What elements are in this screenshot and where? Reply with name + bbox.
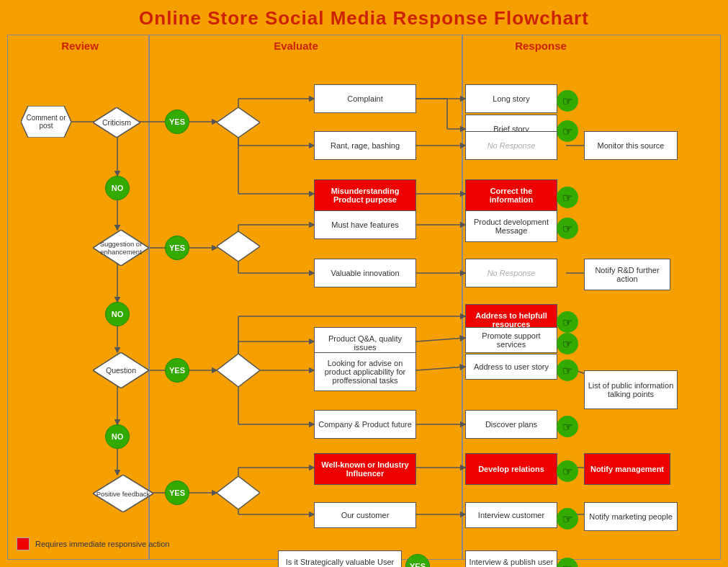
rant-box: Rant, rage, bashing xyxy=(314,131,416,160)
hand-icon-brief: ☞ xyxy=(557,120,578,142)
suggestion-diamond: Suggestion or enhancement xyxy=(93,230,149,266)
notify-management-box: Notify management xyxy=(584,453,670,485)
svg-marker-60 xyxy=(93,230,149,266)
well-known-box: Well-known or Industry Influencer xyxy=(314,453,416,485)
page-title: Online Store Social Media Response Flowc… xyxy=(0,0,728,33)
strategically-box: Is it Strategically valuable User Story? xyxy=(278,550,402,567)
legend-text: Requires immediate responsive action xyxy=(35,540,169,548)
discover-plans-box: Discover plans xyxy=(465,410,557,439)
develop-relations-box: Develop relations xyxy=(465,453,557,485)
svg-marker-62 xyxy=(93,352,149,388)
yes-circle-3: YES xyxy=(165,358,189,383)
svg-marker-58 xyxy=(93,107,140,138)
hand-icon-promote: ☞ xyxy=(557,333,578,354)
must-have-box: Must have features xyxy=(314,210,416,239)
criticism-diamond: Criticism xyxy=(93,107,140,138)
no-circle-2: NO xyxy=(105,302,130,326)
address-user-box: Address to user story xyxy=(465,354,557,380)
hand-icon-long: ☞ xyxy=(557,90,578,112)
svg-line-36 xyxy=(416,338,465,341)
yes-circle-2: YES xyxy=(165,236,189,260)
promote-support-box: Promote support services xyxy=(465,327,557,353)
positive-diamond: Positive feedback xyxy=(93,475,153,512)
interview-customer-box: Interview customer xyxy=(465,502,557,528)
monitor-source-box: Monitor this source xyxy=(584,131,678,160)
valuable-box: Valuable innovation xyxy=(314,259,416,287)
hand-icon-interview: ☞ xyxy=(557,508,578,530)
col-header-evaluate: Evaluate xyxy=(224,40,368,52)
yes-circle-1: YES xyxy=(165,110,189,134)
looking-advise-box: Looking for advise on product applicabil… xyxy=(314,352,416,391)
misunderstanding-box: Misunderstanding Product purpose xyxy=(314,179,416,211)
svg-marker-63 xyxy=(217,354,260,387)
long-story-box: Long story xyxy=(465,84,557,113)
hand-icon-develop: ☞ xyxy=(557,460,578,482)
yes-circle-4: YES xyxy=(165,481,189,505)
company-future-box: Company & Product future xyxy=(314,410,416,439)
col-header-response: Response xyxy=(469,40,613,52)
legend-box xyxy=(17,537,30,550)
eval-diamond-1 xyxy=(217,107,260,138)
comment-post-shape: Comment or post xyxy=(21,106,71,138)
divider-2 xyxy=(462,35,463,559)
correct-info-box: Correct the information xyxy=(465,179,557,211)
eval-diamond-3 xyxy=(217,354,260,387)
no-response-1-box: No Response xyxy=(465,131,557,160)
svg-marker-65 xyxy=(217,476,260,509)
legend: Requires immediate responsive action xyxy=(17,537,169,550)
svg-marker-61 xyxy=(217,231,260,262)
our-customer-box: Our customer xyxy=(314,502,416,528)
hand-icon-publish: ☞ xyxy=(557,558,578,567)
flowchart-area: Review Evaluate Response xyxy=(7,35,721,560)
notify-rd-box: Notify R&D further action xyxy=(584,259,670,290)
svg-marker-57 xyxy=(21,106,71,138)
hand-icon-correct: ☞ xyxy=(557,187,578,208)
complaint-box: Complaint xyxy=(314,84,416,113)
col-header-review: Review xyxy=(22,40,138,52)
list-public-box: List of public information talking point… xyxy=(584,370,678,409)
question-diamond: Question xyxy=(93,352,149,388)
product-dev-box: Product development Message xyxy=(465,210,557,242)
interview-publish-box: Interview & publish user story xyxy=(465,550,557,567)
hand-icon-user: ☞ xyxy=(557,360,578,381)
no-circle-3: NO xyxy=(105,424,130,449)
notify-marketing-box: Notify marketing people xyxy=(584,502,678,531)
svg-marker-64 xyxy=(93,475,153,512)
eval-diamond-4 xyxy=(217,476,260,509)
svg-marker-59 xyxy=(217,107,260,138)
hand-icon-product-dev: ☞ xyxy=(557,218,578,239)
hand-icon-discover: ☞ xyxy=(557,416,578,437)
no-response-2-box: No Response xyxy=(465,259,557,287)
svg-line-37 xyxy=(416,367,465,370)
main-container: Online Store Social Media Response Flowc… xyxy=(0,0,728,567)
eval-diamond-2 xyxy=(217,231,260,262)
no-circle-1: NO xyxy=(105,176,130,200)
yes-circle-5: YES xyxy=(405,554,430,567)
hand-icon-address: ☞ xyxy=(557,311,578,333)
